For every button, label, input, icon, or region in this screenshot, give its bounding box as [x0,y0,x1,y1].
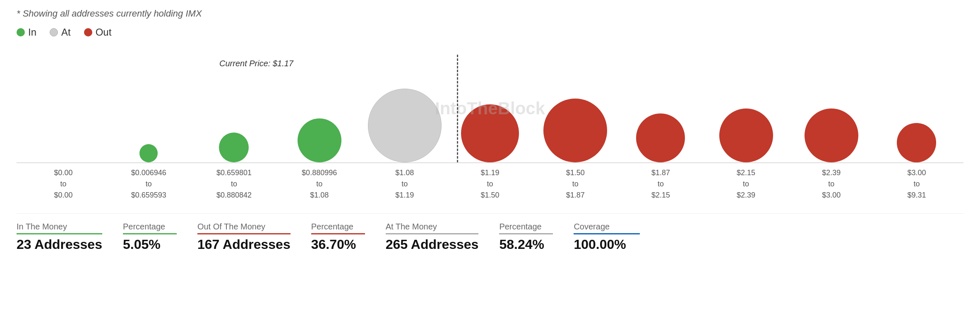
in-the-money-header: In The Money [17,222,102,234]
bubble-col-5 [447,104,533,162]
out-of-money-addresses: 167 Addresses [197,237,291,252]
bubble-9 [805,109,858,162]
legend-label-out: Out [96,27,112,38]
in-percentage-value: 5.05% [123,237,177,252]
coverage-header: Coverage [574,222,640,234]
legend-item-in: In [17,27,36,38]
axis-label-1: $0.006946to$0.659593 [106,167,191,201]
at-percentage-header: Percentage [499,222,553,234]
axis-label-10: $3.00to$9.31 [874,167,959,201]
bubble-col-10 [874,123,959,162]
at-money-header: At The Money [386,222,479,234]
axis-label-3: $0.880996to$1.08 [277,167,362,201]
axis-labels-row: $0.00to$0.00 $0.006946to$0.659593 $0.659… [17,167,963,201]
bubble-6 [543,99,607,162]
price-dashed-line [457,55,458,162]
legend: In At Out [17,27,963,38]
bubble-5 [461,104,519,162]
axis-label-9: $2.39to$3.00 [789,167,874,201]
bubble-10 [897,123,936,162]
bubble-col-9 [789,109,874,162]
legend-item-at: At [50,27,71,38]
axis-line [17,162,963,163]
bubble-8 [719,109,773,162]
legend-dot-out [84,28,92,36]
in-the-money-addresses: 23 Addresses [17,237,102,252]
axis-label-2: $0.659801to$0.880842 [191,167,276,201]
bubble-col-3 [277,118,362,162]
bubble-col-2 [191,133,276,162]
axis-label-4: $1.08to$1.19 [362,167,447,201]
legend-label-at: At [61,27,71,38]
stats-out-of-the-money: Out Of The Money 167 Addresses [197,222,291,252]
bubble-col-6 [533,99,618,162]
at-money-addresses: 265 Addresses [386,237,479,252]
axis-label-5: $1.19to$1.50 [447,167,533,201]
legend-dot-at [50,28,58,36]
stats-at-the-money: At The Money 265 Addresses [386,222,479,252]
stats-out-percentage: Percentage 36.70% [311,222,365,252]
stats-section: In The Money 23 Addresses Percentage 5.0… [17,213,963,252]
out-percentage-value: 36.70% [311,237,365,252]
bubble-3 [298,118,341,162]
bubble-1 [139,144,158,162]
bubbles-row: IntoTheBlock [17,55,963,162]
legend-dot-in [17,28,25,36]
bubble-col-8 [704,109,789,162]
bubble-col-4 [362,89,447,162]
bubble-2 [219,133,249,162]
axis-label-8: $2.15to$2.39 [704,167,789,201]
axis-label-6: $1.50to$1.87 [533,167,618,201]
stats-in-percentage: Percentage 5.05% [123,222,177,252]
bubble-4 [368,89,442,162]
bubble-7 [636,113,685,162]
stats-in-the-money: In The Money 23 Addresses [17,222,102,252]
out-of-money-header: Out Of The Money [197,222,291,234]
stats-coverage: Coverage 100.00% [574,222,640,252]
out-percentage-header: Percentage [311,222,365,234]
bubble-col-1 [106,144,191,162]
axis-label-0: $0.00to$0.00 [21,167,106,201]
chart-area: Current Price: $1.17 IntoTheBlock [17,55,963,201]
axis-label-7: $1.87to$2.15 [618,167,703,201]
at-percentage-value: 58.24% [499,237,553,252]
note-text: * Showing all addresses currently holdin… [17,8,963,19]
legend-label-in: In [28,27,36,38]
stats-at-percentage: Percentage 58.24% [499,222,553,252]
in-percentage-header: Percentage [123,222,177,234]
coverage-value: 100.00% [574,237,640,252]
bubble-col-7 [618,113,703,162]
legend-item-out: Out [84,27,112,38]
